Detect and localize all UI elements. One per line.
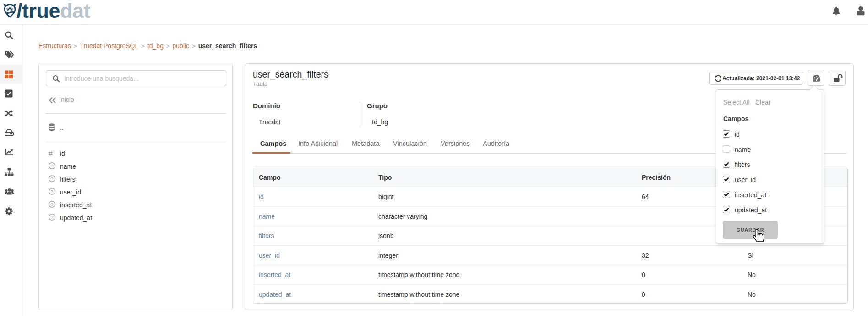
svg-text:?: ? xyxy=(51,176,53,181)
svg-text:?: ? xyxy=(51,163,53,168)
svg-text:?: ? xyxy=(51,202,53,207)
svg-text:?: ? xyxy=(51,215,53,220)
svg-text:?: ? xyxy=(51,189,53,194)
